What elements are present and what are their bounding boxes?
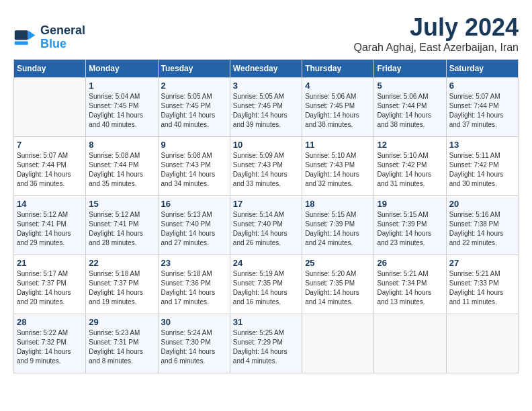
cell-info: Sunrise: 5:22 AM Sunset: 7:32 PM Dayligh… bbox=[17, 328, 83, 366]
calendar-cell: 9Sunrise: 5:08 AM Sunset: 7:43 PM Daylig… bbox=[158, 137, 230, 196]
calendar-cell: 29Sunrise: 5:23 AM Sunset: 7:31 PM Dayli… bbox=[86, 314, 158, 373]
cell-info: Sunrise: 5:12 AM Sunset: 7:41 PM Dayligh… bbox=[17, 210, 83, 248]
calendar-table: SundayMondayTuesdayWednesdayThursdayFrid… bbox=[13, 59, 519, 373]
day-number: 14 bbox=[17, 199, 83, 209]
day-number: 24 bbox=[233, 258, 299, 268]
day-number: 31 bbox=[233, 317, 299, 327]
calendar-cell: 12Sunrise: 5:10 AM Sunset: 7:42 PM Dayli… bbox=[374, 137, 446, 196]
calendar-body: 1Sunrise: 5:04 AM Sunset: 7:45 PM Daylig… bbox=[14, 78, 519, 373]
cell-info: Sunrise: 5:06 AM Sunset: 7:44 PM Dayligh… bbox=[377, 92, 443, 130]
day-number: 1 bbox=[89, 81, 154, 91]
calendar-cell bbox=[302, 314, 374, 373]
weekday-header: Monday bbox=[86, 60, 158, 78]
page-title: July 2024 bbox=[354, 13, 519, 42]
title-area: July 2024 Qarah Aghaj, East Azerbaijan, … bbox=[354, 13, 519, 54]
cell-info: Sunrise: 5:25 AM Sunset: 7:29 PM Dayligh… bbox=[233, 328, 299, 366]
calendar-cell: 24Sunrise: 5:19 AM Sunset: 7:35 PM Dayli… bbox=[230, 255, 302, 314]
day-number: 17 bbox=[233, 199, 299, 209]
calendar-cell: 21Sunrise: 5:17 AM Sunset: 7:37 PM Dayli… bbox=[14, 255, 86, 314]
cell-info: Sunrise: 5:14 AM Sunset: 7:40 PM Dayligh… bbox=[233, 210, 299, 248]
calendar-cell: 23Sunrise: 5:18 AM Sunset: 7:36 PM Dayli… bbox=[158, 255, 230, 314]
cell-info: Sunrise: 5:07 AM Sunset: 7:44 PM Dayligh… bbox=[17, 151, 83, 189]
calendar-week-row: 21Sunrise: 5:17 AM Sunset: 7:37 PM Dayli… bbox=[14, 255, 519, 314]
day-number: 19 bbox=[377, 199, 443, 209]
day-number: 2 bbox=[161, 81, 227, 91]
calendar-cell: 13Sunrise: 5:11 AM Sunset: 7:42 PM Dayli… bbox=[446, 137, 518, 196]
calendar-cell: 27Sunrise: 5:21 AM Sunset: 7:33 PM Dayli… bbox=[446, 255, 518, 314]
calendar-cell: 1Sunrise: 5:04 AM Sunset: 7:45 PM Daylig… bbox=[86, 78, 158, 137]
day-number: 6 bbox=[449, 81, 515, 91]
cell-info: Sunrise: 5:10 AM Sunset: 7:42 PM Dayligh… bbox=[377, 151, 443, 189]
calendar-cell: 25Sunrise: 5:20 AM Sunset: 7:35 PM Dayli… bbox=[302, 255, 374, 314]
calendar-cell: 7Sunrise: 5:07 AM Sunset: 7:44 PM Daylig… bbox=[14, 137, 86, 196]
calendar-cell: 20Sunrise: 5:16 AM Sunset: 7:38 PM Dayli… bbox=[446, 196, 518, 255]
cell-info: Sunrise: 5:16 AM Sunset: 7:38 PM Dayligh… bbox=[449, 210, 515, 248]
calendar-cell: 5Sunrise: 5:06 AM Sunset: 7:44 PM Daylig… bbox=[374, 78, 446, 137]
cell-info: Sunrise: 5:04 AM Sunset: 7:45 PM Dayligh… bbox=[89, 92, 154, 130]
svg-rect-2 bbox=[15, 42, 28, 45]
calendar-cell: 6Sunrise: 5:07 AM Sunset: 7:44 PM Daylig… bbox=[446, 78, 518, 137]
calendar-week-row: 28Sunrise: 5:22 AM Sunset: 7:32 PM Dayli… bbox=[14, 314, 519, 373]
day-number: 23 bbox=[161, 258, 227, 268]
day-number: 12 bbox=[377, 140, 443, 150]
cell-info: Sunrise: 5:11 AM Sunset: 7:42 PM Dayligh… bbox=[449, 151, 515, 189]
weekday-header: Tuesday bbox=[158, 60, 230, 78]
day-number: 26 bbox=[377, 258, 443, 268]
day-number: 11 bbox=[305, 140, 371, 150]
cell-info: Sunrise: 5:12 AM Sunset: 7:41 PM Dayligh… bbox=[89, 210, 154, 248]
cell-info: Sunrise: 5:24 AM Sunset: 7:30 PM Dayligh… bbox=[161, 328, 227, 366]
calendar-cell: 31Sunrise: 5:25 AM Sunset: 7:29 PM Dayli… bbox=[230, 314, 302, 373]
calendar-cell: 26Sunrise: 5:21 AM Sunset: 7:34 PM Dayli… bbox=[374, 255, 446, 314]
cell-info: Sunrise: 5:08 AM Sunset: 7:43 PM Dayligh… bbox=[161, 151, 227, 189]
weekday-header: Friday bbox=[374, 60, 446, 78]
calendar-cell: 10Sunrise: 5:09 AM Sunset: 7:43 PM Dayli… bbox=[230, 137, 302, 196]
day-number: 5 bbox=[377, 81, 443, 91]
cell-info: Sunrise: 5:05 AM Sunset: 7:45 PM Dayligh… bbox=[161, 92, 227, 130]
cell-info: Sunrise: 5:13 AM Sunset: 7:40 PM Dayligh… bbox=[161, 210, 227, 248]
cell-info: Sunrise: 5:06 AM Sunset: 7:45 PM Dayligh… bbox=[305, 92, 371, 130]
calendar-cell: 28Sunrise: 5:22 AM Sunset: 7:32 PM Dayli… bbox=[14, 314, 86, 373]
day-number: 13 bbox=[449, 140, 515, 150]
calendar-cell: 18Sunrise: 5:15 AM Sunset: 7:39 PM Dayli… bbox=[302, 196, 374, 255]
cell-info: Sunrise: 5:08 AM Sunset: 7:44 PM Dayligh… bbox=[89, 151, 154, 189]
svg-marker-1 bbox=[28, 30, 36, 40]
logo: General Blue bbox=[13, 24, 85, 51]
cell-info: Sunrise: 5:09 AM Sunset: 7:43 PM Dayligh… bbox=[233, 151, 299, 189]
calendar-cell: 4Sunrise: 5:06 AM Sunset: 7:45 PM Daylig… bbox=[302, 78, 374, 137]
cell-info: Sunrise: 5:15 AM Sunset: 7:39 PM Dayligh… bbox=[377, 210, 443, 248]
weekday-header: Sunday bbox=[14, 60, 86, 78]
cell-info: Sunrise: 5:23 AM Sunset: 7:31 PM Dayligh… bbox=[89, 328, 154, 366]
calendar-cell: 22Sunrise: 5:18 AM Sunset: 7:37 PM Dayli… bbox=[86, 255, 158, 314]
calendar-cell: 8Sunrise: 5:08 AM Sunset: 7:44 PM Daylig… bbox=[86, 137, 158, 196]
cell-info: Sunrise: 5:21 AM Sunset: 7:34 PM Dayligh… bbox=[377, 269, 443, 307]
day-number: 28 bbox=[17, 317, 83, 327]
calendar-cell: 17Sunrise: 5:14 AM Sunset: 7:40 PM Dayli… bbox=[230, 196, 302, 255]
calendar-cell: 3Sunrise: 5:05 AM Sunset: 7:45 PM Daylig… bbox=[230, 78, 302, 137]
logo-name: General Blue bbox=[40, 24, 85, 51]
calendar-cell bbox=[14, 78, 86, 137]
calendar-cell bbox=[446, 314, 518, 373]
calendar-header: SundayMondayTuesdayWednesdayThursdayFrid… bbox=[14, 60, 519, 78]
cell-info: Sunrise: 5:17 AM Sunset: 7:37 PM Dayligh… bbox=[17, 269, 83, 307]
day-number: 3 bbox=[233, 81, 299, 91]
day-number: 4 bbox=[305, 81, 371, 91]
cell-info: Sunrise: 5:15 AM Sunset: 7:39 PM Dayligh… bbox=[305, 210, 371, 248]
weekday-header: Thursday bbox=[302, 60, 374, 78]
day-number: 29 bbox=[89, 317, 154, 327]
day-number: 25 bbox=[305, 258, 371, 268]
cell-info: Sunrise: 5:18 AM Sunset: 7:37 PM Dayligh… bbox=[89, 269, 154, 307]
page-subtitle: Qarah Aghaj, East Azerbaijan, Iran bbox=[354, 42, 519, 54]
svg-rect-0 bbox=[15, 30, 28, 40]
day-number: 21 bbox=[17, 258, 83, 268]
day-number: 18 bbox=[305, 199, 371, 209]
day-number: 30 bbox=[161, 317, 227, 327]
day-number: 27 bbox=[449, 258, 515, 268]
cell-info: Sunrise: 5:18 AM Sunset: 7:36 PM Dayligh… bbox=[161, 269, 227, 307]
day-number: 10 bbox=[233, 140, 299, 150]
day-number: 9 bbox=[161, 140, 227, 150]
day-number: 7 bbox=[17, 140, 83, 150]
day-number: 15 bbox=[89, 199, 154, 209]
cell-info: Sunrise: 5:21 AM Sunset: 7:33 PM Dayligh… bbox=[449, 269, 515, 307]
calendar-cell: 11Sunrise: 5:10 AM Sunset: 7:43 PM Dayli… bbox=[302, 137, 374, 196]
day-number: 22 bbox=[89, 258, 154, 268]
